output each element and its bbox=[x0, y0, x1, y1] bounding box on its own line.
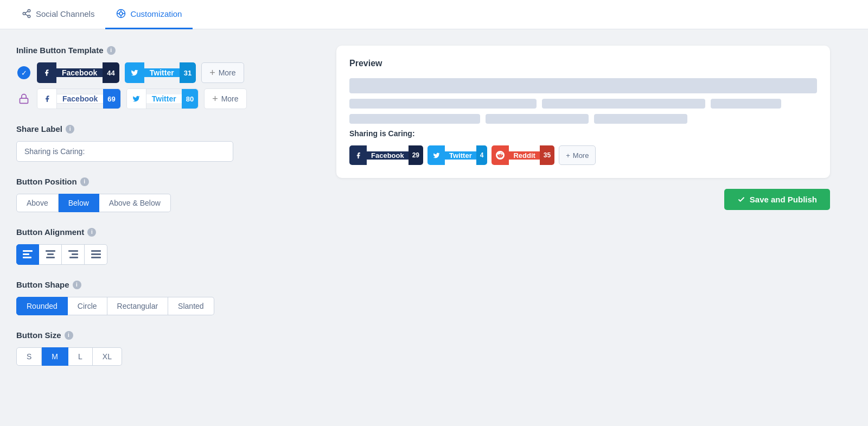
skeleton-35 bbox=[542, 99, 706, 109]
inline-button-template-title: Inline Button Template i bbox=[16, 46, 320, 55]
svg-line-3 bbox=[25, 14, 28, 16]
skeleton-15 bbox=[711, 99, 781, 109]
button-position-title: Button Position i bbox=[16, 177, 320, 186]
preview-more-plus: + bbox=[566, 151, 570, 160]
shape-rounded[interactable]: Rounded bbox=[16, 297, 68, 315]
preview-facebook-btn[interactable]: Facebook 29 bbox=[349, 145, 423, 165]
shape-circle[interactable]: Circle bbox=[68, 297, 107, 315]
facebook-dark-label: Facebook bbox=[56, 68, 103, 77]
shape-slanted[interactable]: Slanted bbox=[168, 297, 214, 315]
svg-rect-21 bbox=[91, 250, 101, 252]
preview-reddit-btn[interactable]: Reddit 35 bbox=[492, 145, 554, 165]
skeleton-row-1 bbox=[349, 78, 817, 93]
check-circle: ✓ bbox=[17, 66, 30, 79]
section-button-size: Button Size i S M L XL bbox=[16, 330, 320, 366]
position-below[interactable]: Below bbox=[59, 194, 99, 212]
button-position-info-icon[interactable]: i bbox=[80, 177, 89, 186]
svg-rect-14 bbox=[23, 257, 31, 258]
button-shape-group: Rounded Circle Rectangular Slanted bbox=[16, 297, 320, 315]
skeleton-20 bbox=[594, 114, 687, 124]
left-panel: Inline Button Template i ✓ Facebook 44 bbox=[16, 46, 320, 381]
preview-title: Preview bbox=[349, 59, 817, 68]
more-label-row1: More bbox=[219, 68, 236, 77]
svg-rect-20 bbox=[69, 257, 78, 258]
template-row-2: Facebook 69 Twitter 80 + More bbox=[16, 88, 320, 109]
align-left-icon bbox=[23, 250, 33, 259]
svg-rect-15 bbox=[46, 250, 55, 252]
skeleton-row-2 bbox=[349, 99, 817, 109]
svg-rect-17 bbox=[46, 257, 55, 258]
template-row-1: ✓ Facebook 44 Twitter 31 + bbox=[16, 62, 320, 83]
button-position-group: Above Below Above & Below bbox=[16, 194, 320, 212]
position-above[interactable]: Above bbox=[16, 194, 59, 212]
preview-more-btn[interactable]: + More bbox=[559, 145, 596, 165]
align-right-btn[interactable] bbox=[62, 244, 85, 265]
share-label-input[interactable] bbox=[16, 141, 233, 162]
tab-customization[interactable]: Customization bbox=[105, 0, 193, 29]
facebook-light-btn[interactable]: Facebook 69 bbox=[37, 88, 121, 109]
button-shape-title: Button Shape i bbox=[16, 280, 320, 289]
right-panel: Preview Sharing is Caring: bbox=[336, 46, 830, 381]
preview-twitter-label: Twitter bbox=[445, 151, 476, 160]
more-plus-row2: + bbox=[212, 93, 218, 105]
skeleton-full bbox=[349, 78, 817, 93]
save-publish-button[interactable]: Save and Publish bbox=[724, 189, 830, 210]
size-s[interactable]: S bbox=[16, 347, 42, 366]
align-justify-icon bbox=[91, 250, 101, 259]
button-alignment-info-icon[interactable]: i bbox=[87, 228, 96, 237]
svg-rect-16 bbox=[47, 253, 54, 255]
preview-buttons: Facebook 29 Twitter 4 Reddit 35 bbox=[349, 145, 817, 165]
button-shape-info-icon[interactable]: i bbox=[73, 281, 81, 289]
twitter-light-btn[interactable]: Twitter 80 bbox=[126, 88, 199, 109]
facebook-dark-btn[interactable]: Facebook 44 bbox=[37, 62, 119, 83]
button-size-info-icon[interactable]: i bbox=[65, 331, 73, 340]
position-above-below[interactable]: Above & Below bbox=[99, 194, 171, 212]
section-button-alignment: Button Alignment i bbox=[16, 227, 320, 265]
align-left-btn[interactable] bbox=[16, 244, 39, 265]
lock-icon-row2 bbox=[16, 91, 31, 106]
svg-rect-11 bbox=[20, 98, 28, 103]
preview-facebook-label: Facebook bbox=[367, 151, 409, 160]
svg-rect-18 bbox=[68, 250, 78, 252]
preview-twitter-count: 4 bbox=[476, 145, 488, 165]
button-alignment-title: Button Alignment i bbox=[16, 227, 320, 237]
size-l[interactable]: L bbox=[68, 347, 93, 366]
more-btn-row2[interactable]: + More bbox=[204, 88, 246, 109]
tab-social-channels[interactable]: Social Channels bbox=[11, 0, 105, 29]
section-button-shape: Button Shape i Rounded Circle Rectangula… bbox=[16, 280, 320, 315]
twitter-count-row1: 31 bbox=[180, 62, 196, 83]
top-nav: Social Channels Customization bbox=[0, 0, 868, 29]
size-m[interactable]: M bbox=[42, 347, 68, 366]
twitter-icon-row1 bbox=[125, 62, 144, 83]
lock-svg bbox=[18, 93, 29, 104]
sharing-label-preview: Sharing is Caring: bbox=[349, 129, 817, 138]
align-justify-btn[interactable] bbox=[85, 244, 107, 265]
align-center-btn[interactable] bbox=[39, 244, 62, 265]
size-xl[interactable]: XL bbox=[93, 347, 122, 366]
twitter-btn-row1[interactable]: Twitter 31 bbox=[125, 62, 196, 83]
section-button-position: Button Position i Above Below Above & Be… bbox=[16, 177, 320, 212]
svg-rect-22 bbox=[91, 253, 101, 255]
share-icon bbox=[22, 9, 31, 18]
save-area: Save and Publish bbox=[336, 189, 830, 210]
preview-reddit-icon bbox=[492, 145, 509, 165]
save-publish-label: Save and Publish bbox=[750, 195, 817, 204]
skeleton-28 bbox=[349, 114, 480, 124]
preview-twitter-icon bbox=[427, 145, 445, 165]
skeleton-40 bbox=[349, 99, 537, 109]
preview-more-label: More bbox=[573, 151, 589, 160]
alignment-group bbox=[16, 244, 320, 265]
preview-facebook-icon bbox=[349, 145, 367, 165]
twitter-light-icon bbox=[127, 89, 146, 109]
share-label-info-icon[interactable]: i bbox=[66, 125, 74, 133]
svg-line-4 bbox=[25, 11, 28, 13]
more-label-row2: More bbox=[221, 94, 239, 103]
main-layout: Inline Button Template i ✓ Facebook 44 bbox=[0, 29, 846, 397]
align-right-icon bbox=[68, 250, 78, 259]
share-label-title: Share Label i bbox=[16, 124, 320, 133]
inline-button-template-info-icon[interactable]: i bbox=[107, 46, 116, 55]
facebook-light-label: Facebook bbox=[57, 94, 103, 104]
preview-twitter-btn[interactable]: Twitter 4 bbox=[427, 145, 487, 165]
shape-rectangular[interactable]: Rectangular bbox=[107, 297, 169, 315]
more-btn-row1[interactable]: + More bbox=[201, 62, 244, 83]
